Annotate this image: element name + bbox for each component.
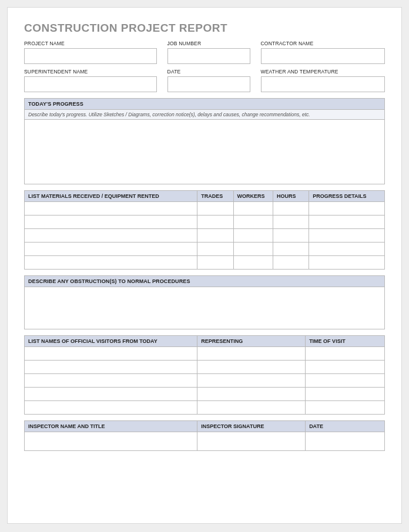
section-obstructions: DESCRIBE ANY OBSTRUCTION(S) TO NORMAL PR…	[24, 275, 385, 329]
visitors-cell[interactable]	[306, 374, 385, 388]
materials-cell[interactable]	[233, 202, 273, 216]
visitors-cell[interactable]	[25, 347, 197, 361]
field-job-number: JOB NUMBER	[167, 41, 250, 64]
visitors-cell[interactable]	[197, 388, 306, 401]
field-project-name: PROJECT NAME	[24, 41, 157, 64]
materials-cell[interactable]	[309, 243, 385, 256]
inspector-cell-signature[interactable]	[197, 432, 306, 451]
materials-cell[interactable]	[273, 256, 309, 270]
input-job-number[interactable]	[167, 48, 250, 64]
visitors-cell[interactable]	[25, 388, 197, 401]
inspector-col-header-2: INSPECTOR SIGNATURE	[197, 421, 306, 432]
materials-cell[interactable]	[309, 229, 385, 243]
inspector-col-header-3: DATE	[306, 421, 385, 432]
visitors-row	[25, 347, 385, 361]
materials-table: LIST MATERIALS RECEIVED / EQUIPMENT RENT…	[24, 190, 385, 270]
label-job-number: JOB NUMBER	[167, 41, 250, 46]
visitors-col-header-1: LIST NAMES OF OFFICIAL VISITORS FROM TOD…	[25, 336, 197, 347]
materials-col-header-5: PROGRESS DETAILS	[309, 191, 385, 202]
inspector-cell-date[interactable]	[306, 432, 385, 451]
visitors-col-header-2: REPRESENTING	[197, 336, 306, 347]
visitors-cell[interactable]	[197, 347, 306, 361]
materials-row	[25, 256, 385, 270]
materials-cell[interactable]	[309, 216, 385, 229]
materials-col-header-3: WORKERS	[233, 191, 273, 202]
label-superintendent-name: SUPERINTENDENT NAME	[24, 69, 157, 75]
visitors-table: LIST NAMES OF OFFICIAL VISITORS FROM TOD…	[24, 335, 385, 415]
header-row-2: SUPERINTENDENT NAME DATE WEATHER AND TEM…	[24, 69, 385, 92]
materials-cell[interactable]	[25, 256, 197, 270]
materials-cell[interactable]	[233, 243, 273, 256]
section-materials: LIST MATERIALS RECEIVED / EQUIPMENT RENT…	[24, 190, 385, 270]
materials-cell[interactable]	[25, 216, 197, 229]
visitors-cell[interactable]	[306, 401, 385, 415]
materials-cell[interactable]	[197, 229, 233, 243]
materials-cell[interactable]	[233, 229, 273, 243]
visitors-cell[interactable]	[306, 361, 385, 374]
materials-row	[25, 229, 385, 243]
visitors-cell[interactable]	[306, 347, 385, 361]
materials-cell[interactable]	[25, 202, 197, 216]
label-date: DATE	[167, 69, 250, 75]
visitors-cell[interactable]	[197, 361, 306, 374]
materials-cell[interactable]	[197, 202, 233, 216]
materials-cell[interactable]	[273, 202, 309, 216]
materials-cell[interactable]	[25, 229, 197, 243]
materials-cell[interactable]	[273, 243, 309, 256]
obstructions-header: DESCRIBE ANY OBSTRUCTION(S) TO NORMAL PR…	[24, 275, 385, 287]
materials-cell[interactable]	[25, 243, 197, 256]
materials-cell[interactable]	[233, 256, 273, 270]
inspector-cell-name[interactable]	[25, 432, 197, 451]
label-weather: WEATHER AND TEMPERATURE	[261, 69, 385, 75]
visitors-cell[interactable]	[306, 388, 385, 401]
obstructions-body[interactable]	[24, 287, 385, 329]
materials-col-header-4: HOURS	[273, 191, 309, 202]
input-weather[interactable]	[261, 76, 385, 92]
progress-body[interactable]	[24, 120, 385, 184]
materials-cell[interactable]	[273, 216, 309, 229]
materials-cell[interactable]	[197, 216, 233, 229]
materials-row	[25, 202, 385, 216]
section-progress: TODAY'S PROGRESS Describe today's progre…	[24, 98, 385, 184]
inspector-table: INSPECTOR NAME AND TITLE INSPECTOR SIGNA…	[24, 420, 385, 451]
materials-cell[interactable]	[197, 256, 233, 270]
materials-cell[interactable]	[273, 229, 309, 243]
materials-cell[interactable]	[309, 256, 385, 270]
materials-col-header-2: TRADES	[197, 191, 233, 202]
visitors-row	[25, 374, 385, 388]
visitors-row	[25, 361, 385, 374]
input-contractor-name[interactable]	[261, 48, 385, 64]
inspector-row	[25, 432, 385, 451]
label-contractor-name: CONTRACTOR NAME	[261, 41, 385, 46]
input-date[interactable]	[167, 76, 250, 92]
visitors-cell[interactable]	[25, 361, 197, 374]
visitors-cell[interactable]	[25, 401, 197, 415]
field-weather: WEATHER AND TEMPERATURE	[261, 69, 385, 92]
visitors-col-header-3: TIME OF VISIT	[306, 336, 385, 347]
label-project-name: PROJECT NAME	[24, 41, 157, 46]
visitors-row	[25, 401, 385, 415]
input-project-name[interactable]	[24, 48, 157, 64]
inspector-col-header-1: INSPECTOR NAME AND TITLE	[25, 421, 197, 432]
field-date: DATE	[167, 69, 250, 92]
visitors-cell[interactable]	[25, 374, 197, 388]
materials-row	[25, 216, 385, 229]
visitors-cell[interactable]	[197, 401, 306, 415]
field-contractor-name: CONTRACTOR NAME	[261, 41, 385, 64]
section-inspector: INSPECTOR NAME AND TITLE INSPECTOR SIGNA…	[24, 420, 385, 451]
materials-cell[interactable]	[233, 216, 273, 229]
visitors-row	[25, 388, 385, 401]
materials-col-header-1: LIST MATERIALS RECEIVED / EQUIPMENT RENT…	[25, 191, 197, 202]
materials-row	[25, 243, 385, 256]
field-superintendent-name: SUPERINTENDENT NAME	[24, 69, 157, 92]
input-superintendent-name[interactable]	[24, 76, 157, 92]
header-row-1: PROJECT NAME JOB NUMBER CONTRACTOR NAME	[24, 41, 385, 64]
materials-cell[interactable]	[309, 202, 385, 216]
progress-subheader: Describe today's progress. Utilize Sketc…	[24, 110, 385, 120]
section-visitors: LIST NAMES OF OFFICIAL VISITORS FROM TOD…	[24, 335, 385, 415]
page-title: CONSTRUCTION PROJECT REPORT	[24, 22, 385, 35]
construction-report-page: CONSTRUCTION PROJECT REPORT PROJECT NAME…	[7, 7, 402, 524]
progress-header: TODAY'S PROGRESS	[24, 98, 385, 110]
visitors-cell[interactable]	[197, 374, 306, 388]
materials-cell[interactable]	[197, 243, 233, 256]
